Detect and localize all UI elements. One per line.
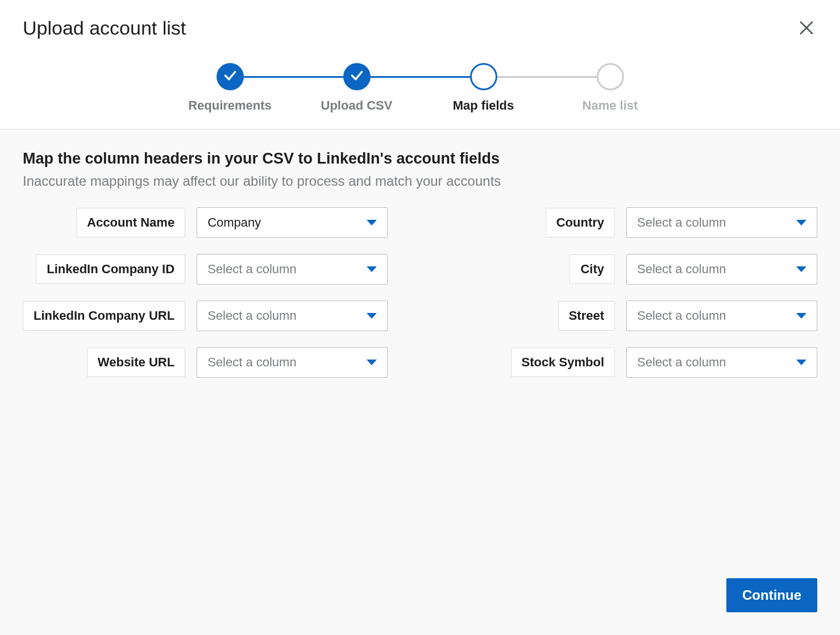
map-row-linkedin-company-id: LinkedIn Company ID Select a column [23, 254, 388, 285]
chevron-down-icon [796, 220, 806, 225]
select-placeholder: Select a column [637, 355, 726, 370]
chevron-down-icon [796, 313, 806, 319]
chevron-down-icon [367, 220, 377, 225]
map-row-account-name: Account Name Company [23, 207, 388, 238]
section-title: Map the column headers in your CSV to Li… [23, 150, 817, 168]
close-icon [798, 30, 815, 38]
map-row-linkedin-company-url: LinkedIn Company URL Select a column [23, 300, 388, 331]
map-row-country: Country Select a column [467, 207, 817, 238]
map-row-stock-symbol: Stock Symbol Select a column [467, 347, 817, 378]
field-label: LinkedIn Company ID [36, 254, 185, 284]
step-3-label: Map fields [420, 98, 547, 113]
map-row-street: Street Select a column [467, 300, 817, 331]
field-label: Country [546, 208, 615, 237]
select-placeholder: Select a column [207, 355, 297, 370]
upload-account-list-modal: Upload account list [0, 0, 840, 635]
continue-button[interactable]: Continue [726, 578, 817, 612]
modal-title: Upload account list [23, 17, 186, 39]
modal-body: Map the column headers in your CSV to Li… [0, 129, 840, 565]
chevron-down-icon [367, 266, 377, 272]
select-placeholder: Select a column [207, 308, 297, 323]
select-city[interactable]: Select a column [626, 254, 817, 285]
select-placeholder: Select a column [637, 262, 726, 277]
step-connector-1 [244, 76, 343, 78]
step-4-label: Name list [547, 98, 673, 113]
check-icon [223, 68, 238, 85]
map-row-website-url: Website URL Select a column [23, 347, 388, 378]
section-subtitle: Inaccurate mappings may affect our abili… [23, 173, 817, 189]
step-1-label: Requirements [167, 98, 293, 113]
modal-footer: Continue [0, 565, 840, 635]
select-placeholder: Select a column [637, 308, 726, 323]
select-linkedin-company-url[interactable]: Select a column [197, 300, 388, 331]
select-value: Company [207, 215, 261, 230]
select-account-name[interactable]: Company [197, 207, 388, 238]
modal-header: Upload account list [0, 0, 840, 40]
field-label: LinkedIn Company URL [23, 301, 185, 331]
select-street[interactable]: Select a column [626, 300, 817, 331]
step-2-label: Upload CSV [293, 98, 420, 113]
field-label: Stock Symbol [511, 348, 615, 377]
field-label: Account Name [76, 208, 185, 237]
step-connector-3 [497, 76, 597, 78]
step-3-circle [470, 63, 497, 90]
close-button[interactable] [796, 17, 817, 40]
select-country[interactable]: Select a column [626, 207, 817, 238]
stepper: Requirements Upload CSV Map fields Name … [0, 40, 840, 129]
select-website-url[interactable]: Select a column [197, 347, 388, 378]
step-2-circle [343, 63, 371, 90]
chevron-down-icon [367, 313, 377, 319]
check-icon [350, 68, 364, 85]
select-placeholder: Select a column [207, 262, 297, 277]
select-stock-symbol[interactable]: Select a column [626, 347, 817, 378]
field-label: Website URL [87, 348, 185, 377]
chevron-down-icon [367, 360, 377, 365]
step-connector-2 [371, 76, 470, 78]
chevron-down-icon [796, 360, 806, 365]
field-label: City [569, 254, 615, 284]
select-linkedin-company-id[interactable]: Select a column [197, 254, 388, 285]
mapping-grid: Account Name Company Country Select a co… [23, 207, 817, 378]
chevron-down-icon [796, 266, 806, 272]
map-row-city: City Select a column [467, 254, 817, 285]
step-1-circle [217, 63, 244, 90]
select-placeholder: Select a column [637, 215, 726, 230]
field-label: Street [558, 301, 615, 331]
step-4-circle [597, 63, 624, 90]
